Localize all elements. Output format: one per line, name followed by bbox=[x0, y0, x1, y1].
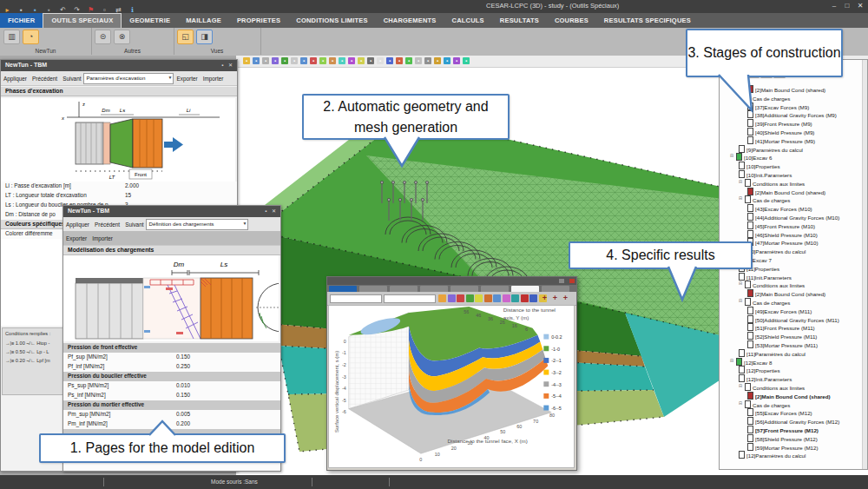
ribbon-button[interactable]: ⊜ bbox=[95, 30, 111, 44]
component-select[interactable] bbox=[384, 294, 436, 303]
panel-close-icon[interactable]: ▪ ✕ bbox=[221, 62, 234, 68]
pressure-value[interactable]: 0.010 bbox=[176, 382, 190, 388]
pressure-value[interactable]: 0.150 bbox=[176, 354, 190, 360]
tree-item[interactable]: [57]Front Pressure (M12) bbox=[747, 426, 819, 433]
results-tab[interactable] bbox=[481, 286, 509, 292]
tab-outils-speciaux[interactable]: OUTILS SPECIAUX bbox=[43, 13, 122, 28]
minimize-button[interactable]: – bbox=[828, 2, 840, 11]
next-button[interactable]: Suivant bbox=[62, 76, 81, 82]
ribbon-button[interactable]: ◔ bbox=[23, 30, 39, 44]
tree-expander-icon[interactable]: ⊟ bbox=[739, 298, 745, 303]
tree-item[interactable]: [2]Main Bound Cond (shared) bbox=[747, 85, 825, 93]
results-toolbar-icon[interactable] bbox=[438, 294, 446, 302]
tree-item[interactable]: [10]Properties bbox=[739, 162, 780, 169]
import-button[interactable]: Importer bbox=[92, 235, 113, 241]
results-toolbar-icon[interactable] bbox=[511, 294, 519, 302]
tree-item[interactable]: [51]Front Pressure (M11) bbox=[747, 323, 815, 331]
parameter-value[interactable]: 15 bbox=[125, 192, 131, 198]
tree-item[interactable]: [39]Front Pressure (M9) bbox=[747, 119, 812, 127]
apply-button[interactable]: Appliquer bbox=[3, 76, 27, 82]
tree-expander-icon[interactable]: ⊟ bbox=[730, 358, 736, 363]
tree-item[interactable]: ⊟Cas de charges bbox=[739, 298, 790, 306]
tree-item[interactable]: [44]Additional Gravity Forces (M10) bbox=[747, 213, 839, 221]
results-toolbar-icon[interactable] bbox=[484, 294, 492, 302]
results-toolbar-icon[interactable] bbox=[457, 294, 464, 302]
maximize-button[interactable]: □ bbox=[841, 2, 853, 11]
tree-expander-icon[interactable]: ⊟ bbox=[739, 94, 745, 99]
tree-item[interactable]: [9]Paramètres du calcul bbox=[739, 145, 803, 153]
pressure-value[interactable]: 0.250 bbox=[176, 363, 190, 369]
tree-item[interactable]: ⊟[10]Excav 6 bbox=[730, 153, 772, 161]
tab-fichier[interactable]: FICHIER bbox=[0, 13, 43, 28]
tree-item[interactable]: [12]Paramètres du calcul bbox=[739, 451, 806, 459]
tab-courbes[interactable]: COURBES bbox=[547, 13, 596, 28]
export-button[interactable]: Exporter bbox=[66, 235, 87, 241]
tree-item[interactable]: [59]Mortar Pressure (M12) bbox=[747, 443, 819, 451]
results-minimize-icon[interactable] bbox=[559, 279, 564, 283]
previous-button[interactable]: Précédent bbox=[32, 76, 57, 82]
tree-item[interactable]: [45]Front Pressure (M10) bbox=[747, 221, 815, 229]
tree-item[interactable]: [37]Excav Forces (M9) bbox=[747, 102, 809, 110]
tree-item[interactable]: [58]Shield Pressure (M12) bbox=[747, 434, 818, 442]
previous-button[interactable]: Précédent bbox=[95, 221, 120, 228]
results-toolbar-icon[interactable] bbox=[521, 294, 529, 302]
tree-item[interactable]: [49]Excav Forces (M11) bbox=[747, 307, 812, 314]
tree-item[interactable]: [2]Main Bound Cond (shared) bbox=[747, 289, 825, 297]
export-button[interactable]: Exporter bbox=[176, 76, 197, 82]
ribbon-button[interactable]: ⊗ bbox=[114, 30, 130, 44]
next-button[interactable]: Suivant bbox=[125, 221, 143, 228]
page-select[interactable]: Paramètres d'excavation▼ bbox=[83, 73, 174, 84]
tree-item[interactable]: [11]Init.Parameters bbox=[739, 273, 792, 281]
tree-expander-icon[interactable]: ⊟ bbox=[739, 195, 745, 201]
tree-item[interactable]: [11]Paramètres du calcul bbox=[739, 349, 806, 357]
tree-expander-icon[interactable]: ⊟ bbox=[739, 383, 745, 388]
results-toolbar-icon[interactable] bbox=[466, 294, 474, 302]
tab-resultats-specifiques[interactable]: RESULTATS SPECIFIQUES bbox=[596, 13, 699, 28]
tree-item[interactable]: [55]Excav Forces (M12) bbox=[747, 408, 812, 416]
tree-item[interactable]: [53]Mortar Pressure (M11) bbox=[747, 340, 818, 348]
tree-item[interactable]: ⊟Conditions aux limites bbox=[739, 179, 805, 187]
crosshair-icon[interactable]: + bbox=[553, 294, 557, 302]
tab-geometrie[interactable]: GEOMETRIE bbox=[122, 13, 178, 28]
tab-proprietes[interactable]: PROPRIETES bbox=[229, 13, 288, 28]
pressure-value[interactable]: 0.005 bbox=[176, 411, 190, 417]
ribbon-button[interactable]: ◱ bbox=[177, 30, 194, 44]
ribbon-button[interactable]: ◨ bbox=[196, 30, 213, 44]
results-toolbar-icon[interactable] bbox=[529, 294, 537, 302]
tree-expander-icon[interactable]: ⊟ bbox=[739, 281, 745, 286]
results-toolbar-icon[interactable] bbox=[448, 294, 456, 302]
tree-item[interactable]: [43]Excav Forces (M10) bbox=[747, 204, 812, 212]
results-tab[interactable] bbox=[420, 286, 448, 292]
parameter-value[interactable]: 2.000 bbox=[125, 182, 139, 188]
tree-item[interactable]: [40]Shield Pressure (M9) bbox=[747, 128, 814, 135]
tree-scrollbar[interactable] bbox=[862, 60, 867, 469]
results-toolbar-icon[interactable] bbox=[475, 294, 483, 302]
tree-item[interactable]: ⊟Cas de charges bbox=[739, 94, 790, 102]
tree-item[interactable]: [10]Init.Parameters bbox=[739, 170, 792, 178]
tree-item[interactable]: [56]Additional Gravity Forces (M12) bbox=[747, 417, 839, 425]
pressure-value[interactable]: 0.200 bbox=[176, 420, 190, 426]
apply-button[interactable]: Appliquer bbox=[66, 221, 89, 228]
tree-expander-icon[interactable]: ⊟ bbox=[739, 400, 745, 406]
results-tab[interactable] bbox=[390, 286, 418, 292]
crosshair-icon[interactable]: + bbox=[563, 294, 568, 302]
results-tab[interactable] bbox=[450, 286, 478, 292]
tree-item[interactable]: [41]Mortar Pressure (M9) bbox=[747, 136, 815, 144]
tree-item[interactable]: [52]Shield Pressure (M11) bbox=[747, 332, 817, 340]
results-tab[interactable] bbox=[542, 286, 569, 292]
results-close-icon[interactable] bbox=[569, 279, 575, 283]
results-tab[interactable] bbox=[359, 286, 387, 292]
results-tab[interactable] bbox=[511, 286, 539, 292]
tree-item[interactable]: [46]Shield Pressure (M10) bbox=[747, 230, 818, 238]
tree-item[interactable]: ⊟Conditions aux limites bbox=[739, 281, 805, 288]
tab-maillage[interactable]: MAILLAGE bbox=[178, 13, 229, 28]
tab-resultats[interactable]: RESULTATS bbox=[492, 13, 547, 28]
close-button[interactable]: ✕ bbox=[854, 2, 866, 11]
tab-chargements[interactable]: CHARGEMENTS bbox=[376, 13, 444, 28]
tree-item[interactable]: ⊟Cas de charges bbox=[739, 195, 790, 203]
tree-item[interactable]: [2]Main Bound Cond (shared) bbox=[747, 392, 831, 400]
pressure-value[interactable]: 0.150 bbox=[176, 392, 190, 398]
results-toolbar-icon[interactable] bbox=[503, 294, 510, 302]
tree-item[interactable]: ⊟Conditions aux limites bbox=[739, 383, 805, 391]
tree-item[interactable]: [12]Init.Parameters bbox=[739, 374, 792, 382]
